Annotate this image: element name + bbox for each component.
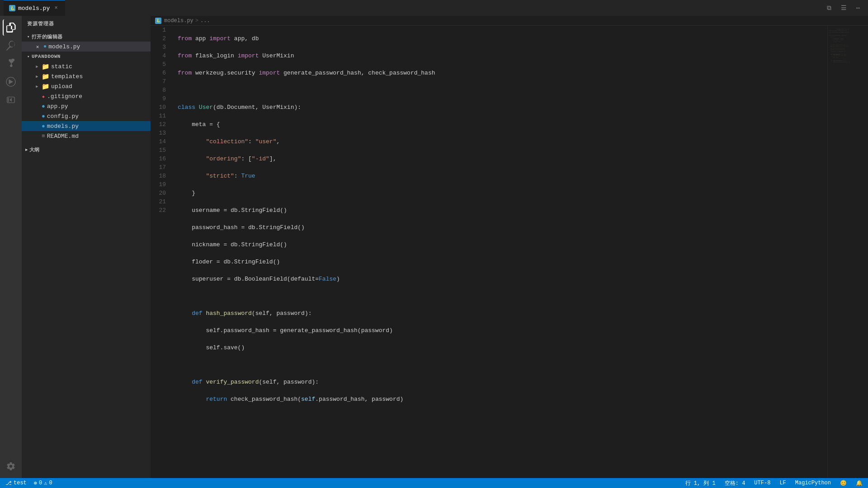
notification-icon: 🔔 (856, 480, 863, 487)
status-left: ⎇ test ⊗ 0 ⚠ 0 (0, 478, 58, 488)
errors-status[interactable]: ⊗ 0 ⚠ 0 (32, 478, 54, 488)
breadcrumb-sep: > (195, 18, 198, 24)
status-right: 行 1, 列 1 空格: 4 UTF-8 LF MagicPython 😊 🔔 (680, 478, 868, 488)
gitignore-icon: ⬥ (42, 93, 45, 100)
status-bar: ⎇ test ⊗ 0 ⚠ 0 行 1, 列 1 空格: 4 UTF-8 LF (0, 478, 868, 488)
code-line-11: username = db.StringField() (178, 206, 823, 215)
tree-item-gitignore[interactable]: ⬥ .gitignore (22, 91, 151, 101)
tree-item-upload[interactable]: ▶ 📁 upload (22, 81, 151, 91)
line-numbers: 1 2 3 4 5 6 7 8 9 10 11 12 13 14 15 16 1 (151, 26, 173, 478)
code-line-2: from flask_login import UserMixin (178, 52, 823, 60)
static-folder-icon: 📁 (42, 63, 49, 70)
open-editor-close-icon[interactable]: ✕ (34, 43, 41, 50)
code-line-8: "ordering": ["-id"], (178, 155, 823, 163)
tab-close-button[interactable]: × (52, 5, 60, 12)
notifications-status[interactable]: 🔔 (854, 478, 864, 488)
warning-count: 0 (49, 480, 52, 486)
open-editor-py-icon: ● (43, 43, 47, 50)
editor-area: 🐍 models.py > ... 1 2 3 4 5 6 7 8 9 (151, 16, 868, 478)
project-arrow: ▾ (27, 54, 30, 59)
upload-folder-icon: 📁 (42, 83, 49, 90)
code-line-15: superuser = db.BooleanField(default=Fals… (178, 275, 823, 283)
cursor-position-status[interactable]: 行 1, 列 1 (684, 478, 717, 488)
tree-item-templates[interactable]: ▶ 📁 templates (22, 71, 151, 81)
line-ending-label: LF (779, 480, 786, 486)
activity-source-control[interactable] (3, 56, 19, 72)
breadcrumb-py-icon: 🐍 (155, 18, 161, 24)
code-line-9: "strict": True (178, 172, 823, 180)
outline-section[interactable]: ▶ 大纲 (22, 145, 151, 155)
breadcrumb-filename: models.py (164, 18, 193, 24)
code-line-18: self.password_hash = generate_password_h… (178, 326, 823, 335)
activity-search[interactable] (3, 38, 19, 54)
activity-run[interactable] (3, 74, 19, 90)
branch-name: test (14, 480, 27, 486)
tree-item-models-py[interactable]: ● models.py (22, 121, 151, 131)
tab-models-py[interactable]: 🐍 models.py × (4, 0, 65, 16)
breadcrumb-path: ... (200, 18, 210, 24)
project-section[interactable]: ▾ UPANDDOWN (22, 52, 151, 61)
language-status[interactable]: MagicPython (793, 478, 833, 488)
minimap: from app import app, db from flask_login… (827, 26, 868, 478)
feedback-icon: 😊 (840, 480, 847, 487)
readme-icon: ≡ (42, 133, 45, 140)
sidebar-content: ▾ 打开的编辑器 ✕ ● models.py ▾ UPANDDOWN ▶ (22, 32, 151, 478)
code-line-16 (178, 292, 823, 300)
outline-arrow-icon: ▶ (25, 147, 28, 152)
encoding-status[interactable]: UTF-8 (752, 478, 772, 488)
code-line-1: from app import app, db (178, 34, 823, 43)
activity-explorer[interactable] (3, 19, 19, 36)
code-line-4 (178, 86, 823, 94)
open-editors-arrow: ▾ (27, 34, 30, 39)
activity-settings[interactable] (3, 458, 19, 474)
upload-arrow-icon: ▶ (34, 84, 40, 89)
indent-label: 空格: 4 (725, 479, 745, 487)
tab-group: 🐍 models.py × (4, 0, 819, 16)
title-bar-actions: ⧉ ☰ ⋯ (823, 2, 864, 14)
error-count: 0 (39, 480, 42, 486)
code-line-17: def hash_password(self, password): (178, 309, 823, 318)
error-icon: ⊗ (34, 480, 37, 487)
tree-item-app-py[interactable]: ● app.py (22, 101, 151, 111)
branch-status[interactable]: ⎇ test (4, 478, 28, 488)
layout-button[interactable]: ☰ (837, 2, 850, 14)
code-line-22: return check_password_hash(self.password… (178, 395, 823, 404)
language-label: MagicPython (795, 480, 831, 486)
activity-extensions[interactable] (3, 92, 19, 108)
tree-item-static[interactable]: ▶ 📁 static (22, 61, 151, 71)
sidebar: 资源管理器 ▾ 打开的编辑器 ✕ ● models.py ▾ UPANDDOWN (22, 16, 151, 478)
title-bar: 🐍 models.py × ⧉ ☰ ⋯ (0, 0, 868, 16)
breadcrumb: 🐍 models.py > ... (151, 16, 868, 26)
modelspy-icon: ● (42, 123, 45, 130)
open-editors-section[interactable]: ▾ 打开的编辑器 (22, 32, 151, 42)
tab-label: models.py (18, 5, 50, 12)
open-editor-models-py[interactable]: ✕ ● models.py (22, 42, 151, 52)
tree-item-config-py[interactable]: ● config.py (22, 111, 151, 121)
templates-folder-icon: 📁 (42, 73, 49, 80)
feedback-status[interactable]: 😊 (838, 478, 849, 488)
warning-icon: ⚠ (44, 480, 47, 487)
code-line-19: self.save() (178, 343, 823, 352)
code-line-20 (178, 361, 823, 369)
code-editor[interactable]: from app import app, db from flask_login… (173, 26, 827, 478)
code-container: 1 2 3 4 5 6 7 8 9 10 11 12 13 14 15 16 1 (151, 26, 868, 478)
encoding-label: UTF-8 (754, 480, 770, 486)
indent-status[interactable]: 空格: 4 (723, 478, 747, 488)
cursor-position-label: 行 1, 列 1 (685, 479, 716, 487)
split-editor-button[interactable]: ⧉ (823, 2, 835, 14)
code-line-21: def verify_password(self, password): (178, 378, 823, 386)
code-line-5: class User(db.Document, UserMixin): (178, 103, 823, 112)
code-line-7: "collection": "user", (178, 137, 823, 146)
code-line-13: nickname = db.StringField() (178, 240, 823, 249)
tree-item-readme[interactable]: ≡ README.md (22, 131, 151, 141)
branch-icon: ⎇ (5, 480, 12, 487)
configpy-icon: ● (42, 113, 45, 120)
more-button[interactable]: ⋯ (852, 2, 864, 14)
activity-bar (0, 16, 22, 478)
tab-py-icon: 🐍 (9, 5, 15, 11)
line-ending-status[interactable]: LF (778, 478, 788, 488)
code-line-14: floder = db.StringField() (178, 258, 823, 266)
code-line-3: from werkzeug.security import generate_p… (178, 69, 823, 77)
activity-bar-bottom (3, 458, 19, 474)
templates-arrow-icon: ▶ (34, 74, 40, 79)
